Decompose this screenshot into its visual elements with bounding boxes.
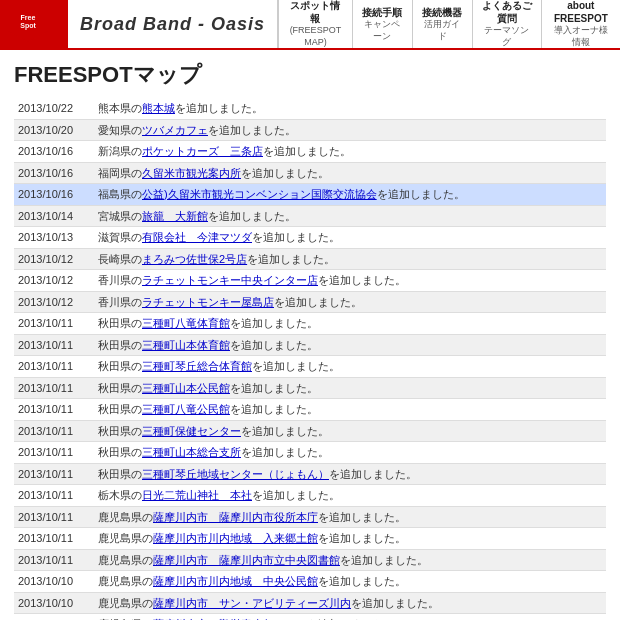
news-suffix: を追加しました。 xyxy=(318,532,406,544)
nav-sub-2: 活用ガイド xyxy=(421,19,464,42)
news-prefix: 鹿児島県の xyxy=(98,532,153,544)
news-prefix: 鹿児島県の xyxy=(98,554,153,566)
news-link[interactable]: 薩摩川内市 薩摩川内市立中央図書館 xyxy=(153,554,340,566)
news-suffix: を追加しました。 xyxy=(263,145,351,157)
news-link[interactable]: 有限会社 今津マツダ xyxy=(142,231,252,243)
table-row: 2013/10/20愛知県のツバメカフェを追加しました。 xyxy=(14,119,606,141)
nav-item-3[interactable]: よくあるご質問テーマソング xyxy=(472,0,541,48)
news-link[interactable]: 三種町山本公民館 xyxy=(142,382,230,394)
news-content: 秋田県の三種町八竜体育館を追加しました。 xyxy=(94,313,606,335)
news-link[interactable]: 三種町八竜公民館 xyxy=(142,403,230,415)
news-link[interactable]: 薩摩川内市 薩摩川内市役所本庁 xyxy=(153,511,318,523)
table-row: 2013/10/10鹿児島県の薩摩川内市川内地域 中央公民館を追加しました。 xyxy=(14,571,606,593)
nav-top-3: よくあるご質問 xyxy=(481,0,533,25)
news-prefix: 熊本県の xyxy=(98,102,142,114)
news-content: 香川県のラチェットモンキー屋島店を追加しました。 xyxy=(94,291,606,313)
table-row: 2013/10/11秋田県の三種町山本公民館を追加しました。 xyxy=(14,377,606,399)
news-prefix: 鹿児島県の xyxy=(98,597,153,609)
nav-item-1[interactable]: 接続手順キャンペーン xyxy=(352,0,412,48)
news-prefix: 秋田県の xyxy=(98,403,142,415)
nav-item-4[interactable]: about FREESPOT導入オーナ様情報 xyxy=(541,0,620,48)
news-prefix: 宮城県の xyxy=(98,210,142,222)
news-link[interactable]: ポケットカーズ 三条店 xyxy=(142,145,263,157)
news-suffix: を追加しました。 xyxy=(318,274,406,286)
news-content: 愛知県のツバメカフェを追加しました。 xyxy=(94,119,606,141)
news-link[interactable]: 三種町八竜体育館 xyxy=(142,317,230,329)
news-suffix: を追加しました。 xyxy=(208,210,296,222)
news-link[interactable]: 薩摩川内市川内地域 入来郷土館 xyxy=(153,532,318,544)
news-prefix: 秋田県の xyxy=(98,468,142,480)
nav-top-2: 接続機器 xyxy=(422,6,462,19)
news-suffix: を追加しました。 xyxy=(230,403,318,415)
news-prefix: 福岡県の xyxy=(98,167,142,179)
table-row: 2013/10/11秋田県の三種町山本体育館を追加しました。 xyxy=(14,334,606,356)
news-date: 2013/10/11 xyxy=(14,334,94,356)
nav-top-4: about FREESPOT xyxy=(550,0,612,25)
news-link[interactable]: ツバメカフェ xyxy=(142,124,208,136)
news-suffix: を追加しました。 xyxy=(377,188,465,200)
news-suffix: を追加しました。 xyxy=(241,167,329,179)
news-link[interactable]: 熊本城 xyxy=(142,102,175,114)
news-date: 2013/10/20 xyxy=(14,119,94,141)
news-date: 2013/10/11 xyxy=(14,377,94,399)
news-link[interactable]: 旅籠 大新館 xyxy=(142,210,208,222)
news-link[interactable]: 三種町山本体育館 xyxy=(142,339,230,351)
news-prefix: 香川県の xyxy=(98,274,142,286)
news-suffix: を追加しました。 xyxy=(274,296,362,308)
news-prefix: 福島県の xyxy=(98,188,142,200)
news-date: 2013/10/11 xyxy=(14,313,94,335)
news-suffix: を追加しました。 xyxy=(318,575,406,587)
news-content: 鹿児島県の薩摩川内市 薩摩川内市役所本庁を追加しました。 xyxy=(94,506,606,528)
news-link[interactable]: 公益)久留米市観光コンベンション国際交流協会 xyxy=(142,188,377,200)
news-date: 2013/10/11 xyxy=(14,463,94,485)
table-row: 2013/10/10鹿児島県の薩摩川内市 サン・アビリティーズ川内を追加しました… xyxy=(14,592,606,614)
news-link[interactable]: 三種町琴丘総合体育館 xyxy=(142,360,252,372)
news-link[interactable]: 三種町山本総合支所 xyxy=(142,446,241,458)
nav-item-2[interactable]: 接続機器活用ガイド xyxy=(412,0,472,48)
news-date: 2013/10/12 xyxy=(14,248,94,270)
news-content: 鹿児島県の薩摩川内市 薩摩川内市立中央図書館を追加しました。 xyxy=(94,549,606,571)
news-table: 2013/10/22熊本県の熊本城を追加しました。2013/10/20愛知県のツ… xyxy=(14,98,606,620)
news-suffix: を追加しました。 xyxy=(329,468,417,480)
news-content: 鹿児島県の薩摩川内市 勤労青少年ホームを追加しました。 xyxy=(94,614,606,621)
news-date: 2013/10/10 xyxy=(14,571,94,593)
news-link[interactable]: 薩摩川内市 サン・アビリティーズ川内 xyxy=(153,597,351,609)
news-suffix: を追加しました。 xyxy=(252,231,340,243)
table-row: 2013/10/22熊本県の熊本城を追加しました。 xyxy=(14,98,606,119)
news-content: 鹿児島県の薩摩川内市 サン・アビリティーズ川内を追加しました。 xyxy=(94,592,606,614)
news-content: 秋田県の三種町琴丘総合体育館を追加しました。 xyxy=(94,356,606,378)
news-suffix: を追加しました。 xyxy=(175,102,263,114)
news-date: 2013/10/11 xyxy=(14,528,94,550)
news-suffix: を追加しました。 xyxy=(351,597,439,609)
news-content: 栃木県の日光二荒山神社 本社を追加しました。 xyxy=(94,485,606,507)
table-row: 2013/10/16福岡県の久留米市観光案内所を追加しました。 xyxy=(14,162,606,184)
news-content: 滋賀県の有限会社 今津マツダを追加しました。 xyxy=(94,227,606,249)
news-date: 2013/10/16 xyxy=(14,184,94,206)
news-prefix: 秋田県の xyxy=(98,339,142,351)
table-row: 2013/10/16新潟県のポケットカーズ 三条店を追加しました。 xyxy=(14,141,606,163)
news-link[interactable]: 久留米市観光案内所 xyxy=(142,167,241,179)
news-link[interactable]: ラチェットモンキー中央インター店 xyxy=(142,274,318,286)
news-link[interactable]: 日光二荒山神社 本社 xyxy=(142,489,252,501)
freespot-logo: FreeSpot xyxy=(8,6,48,42)
news-link[interactable]: 三種町琴丘地域センター（じょもん） xyxy=(142,468,329,480)
table-row: 2013/10/14宮城県の旅籠 大新館を追加しました。 xyxy=(14,205,606,227)
news-content: 福岡県の久留米市観光案内所を追加しました。 xyxy=(94,162,606,184)
table-row: 2013/10/11秋田県の三種町山本総合支所を追加しました。 xyxy=(14,442,606,464)
table-row: 2013/10/11秋田県の三種町琴丘地域センター（じょもん）を追加しました。 xyxy=(14,463,606,485)
table-row: 2013/10/11鹿児島県の薩摩川内市 薩摩川内市役所本庁を追加しました。 xyxy=(14,506,606,528)
news-content: 秋田県の三種町山本公民館を追加しました。 xyxy=(94,377,606,399)
logo-area: FreeSpot xyxy=(0,0,68,48)
news-date: 2013/10/12 xyxy=(14,291,94,313)
news-date: 2013/10/22 xyxy=(14,98,94,119)
news-link[interactable]: 三種町保健センター xyxy=(142,425,241,437)
table-row: 2013/10/12香川県のラチェットモンキー中央インター店を追加しました。 xyxy=(14,270,606,292)
news-date: 2013/10/11 xyxy=(14,442,94,464)
news-prefix: 新潟県の xyxy=(98,145,142,157)
page-title: FREESPOTマップ xyxy=(14,60,606,90)
news-link[interactable]: 薩摩川内市川内地域 中央公民館 xyxy=(153,575,318,587)
nav-item-0[interactable]: スポット情報(FREESPOT MAP) xyxy=(278,0,352,48)
news-link[interactable]: まろみつ佐世保2号店 xyxy=(142,253,247,265)
news-date: 2013/10/16 xyxy=(14,141,94,163)
news-link[interactable]: ラチェットモンキー屋島店 xyxy=(142,296,274,308)
